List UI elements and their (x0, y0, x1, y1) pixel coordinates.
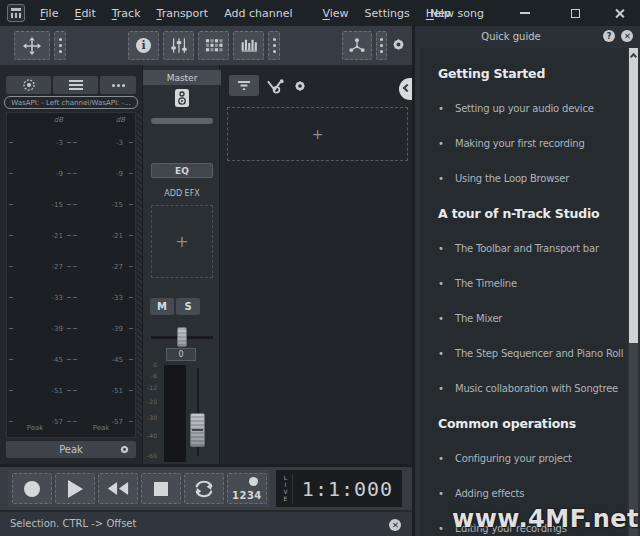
pan-value[interactable]: 0 (166, 348, 196, 361)
toolbar-kebab-center[interactable] (268, 31, 280, 60)
meter-more-button[interactable] (100, 76, 136, 94)
maximize-button[interactable] (560, 0, 590, 26)
master-title[interactable]: Master (143, 70, 221, 85)
quick-guide-item-label: Music collaboration with Songtree (455, 383, 618, 394)
recording-meter-panel: WasAPI: - Left channel/WasAPI: -... dB d… (0, 65, 142, 467)
fader-scale-label: -12 (143, 384, 157, 391)
quick-guide-item[interactable]: •Making your first recording (420, 126, 627, 161)
quick-guide-item-label: Setting up your audio device (455, 103, 594, 114)
peak-label-right: Peak (81, 424, 121, 432)
metronome-label: 1234 (232, 490, 262, 501)
quick-guide-heading: A tour of n-Track Studio (420, 196, 627, 231)
menu-file[interactable]: File (32, 7, 66, 20)
gear-icon[interactable] (119, 444, 130, 455)
fader-scale-label: -6 (143, 372, 157, 379)
panel-divider (412, 26, 415, 536)
quick-guide-panel: Quick guide ? Getting Started•Setting up… (415, 26, 640, 536)
quick-guide-item[interactable]: •Setting up your audio device (420, 91, 627, 126)
quick-guide-scrollbar[interactable] (629, 48, 638, 536)
quick-guide-item[interactable]: •Using the Loop Browser (420, 161, 627, 196)
menu-add-channel[interactable]: Add channel (216, 7, 300, 20)
record-icon (24, 481, 40, 497)
quick-guide-item[interactable]: •The Toolbar and Transport bar (420, 231, 627, 266)
move-tool-button[interactable] (14, 31, 50, 60)
live-button[interactable]: LIVE (280, 474, 293, 504)
menu-transport[interactable]: Transport (149, 7, 217, 20)
metronome-button[interactable]: 1234 (227, 473, 267, 504)
meter-scale-row: -45-45 (7, 344, 135, 375)
quick-guide-item[interactable]: •The Timeline (420, 266, 627, 301)
timeline-settings-button[interactable] (293, 78, 307, 97)
help-button[interactable]: ? (603, 30, 615, 42)
meter-scale-row: -21-21 (7, 220, 135, 251)
status-bar: Selection. CTRL -> Offset (0, 510, 415, 536)
audio-device-field[interactable]: WasAPI: - Left channel/WasAPI: -... (4, 96, 138, 109)
play-button[interactable] (55, 473, 95, 504)
menu-edit[interactable]: Edit (66, 7, 103, 20)
pan-handle[interactable] (177, 327, 187, 347)
panel-expand-button[interactable] (399, 78, 412, 100)
quick-guide-close-button[interactable] (621, 30, 633, 42)
record-button[interactable] (12, 473, 52, 504)
status-close-button[interactable] (389, 519, 401, 531)
toolbar-kebab-left[interactable] (54, 31, 66, 60)
quick-guide-item-label: Configuring your project (455, 453, 572, 464)
quick-guide-item[interactable]: •Configuring your project (420, 441, 627, 476)
step-sequencer-button[interactable] (198, 31, 229, 60)
rewind-button[interactable] (98, 473, 138, 504)
toolbar-settings-button[interactable] (391, 37, 406, 56)
stop-button[interactable] (141, 473, 181, 504)
piano-roll-button[interactable] (233, 31, 264, 60)
efx-dropzone[interactable]: + (151, 205, 213, 278)
quick-guide-header: Quick guide ? (415, 26, 640, 46)
bullet-icon: • (438, 138, 455, 149)
bullet-icon: • (438, 383, 455, 394)
meter-scale-row: -39-39 (7, 313, 135, 344)
quick-guide-item[interactable]: •The Mixer (420, 301, 627, 336)
mixer-button[interactable] (163, 31, 194, 60)
close-button[interactable] (604, 0, 634, 26)
track-filter-button[interactable] (229, 75, 259, 96)
menu-track[interactable]: Track (104, 7, 149, 20)
songtree-button[interactable] (342, 31, 372, 60)
master-slider[interactable] (151, 118, 213, 124)
solo-button[interactable]: S (176, 298, 200, 315)
volume-fader-handle[interactable] (190, 413, 205, 447)
window-title: New song (430, 0, 484, 26)
quick-guide-item[interactable]: •Music collaboration with Songtree (420, 371, 627, 406)
meter-scale-row: -33-33 (7, 282, 135, 313)
toolbar-kebab-right[interactable] (376, 31, 387, 60)
quick-guide-item[interactable]: •The Step Sequencer and Piano Roll (420, 336, 627, 371)
time-display[interactable]: 1:1:000 (293, 477, 402, 501)
menu-view[interactable]: View (314, 7, 356, 20)
grid-icon (205, 38, 223, 53)
track-dropzone[interactable]: + (227, 107, 408, 161)
titlebar: FileEditTrackTransportAdd channelViewSet… (0, 0, 640, 26)
level-meter: dB dB -3-3-9-9-15-15-21-21-27-27-33-33-3… (6, 112, 136, 438)
peak-button[interactable]: Peak (6, 441, 136, 458)
quick-guide-item-label: Using the Loop Browser (455, 173, 569, 184)
scrollbar-thumb[interactable] (629, 48, 638, 343)
meter-scale-row: -9-9 (7, 158, 135, 189)
menu-settings[interactable]: Settings (357, 7, 418, 20)
metronome-icon: 1234 (228, 474, 266, 503)
loop-button[interactable] (184, 473, 224, 504)
hamburger-icon (69, 80, 83, 90)
chevron-up-icon (629, 53, 636, 60)
fader-scale-label: 0 (143, 361, 157, 368)
output-device-button[interactable] (174, 88, 190, 112)
timeline-panel: + (221, 65, 412, 467)
info-button[interactable]: i (128, 31, 159, 60)
rewind-icon (106, 481, 130, 496)
mute-button[interactable]: M (150, 298, 174, 315)
meter-menu-button[interactable] (53, 76, 98, 94)
play-icon (68, 480, 83, 498)
minimize-button[interactable] (510, 0, 540, 26)
meter-unit-right: dB (93, 116, 125, 124)
mixer-icon (170, 37, 188, 54)
minimize-icon (520, 12, 530, 14)
automation-button[interactable] (265, 77, 286, 99)
meter-unit-left: dB (31, 116, 63, 124)
meter-mode-button[interactable] (6, 76, 51, 94)
eq-button[interactable]: EQ (151, 163, 213, 178)
